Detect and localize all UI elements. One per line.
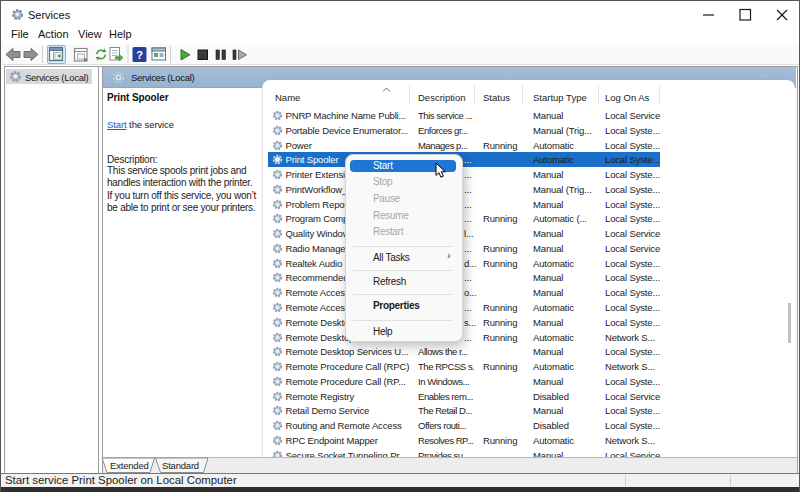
svg-text:?: ? [136, 49, 143, 61]
